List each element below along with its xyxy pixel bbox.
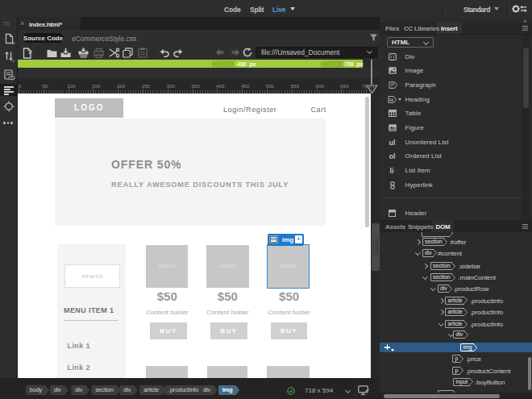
svg-text:H: H (389, 98, 393, 102)
svg-text:P: P (391, 82, 394, 88)
